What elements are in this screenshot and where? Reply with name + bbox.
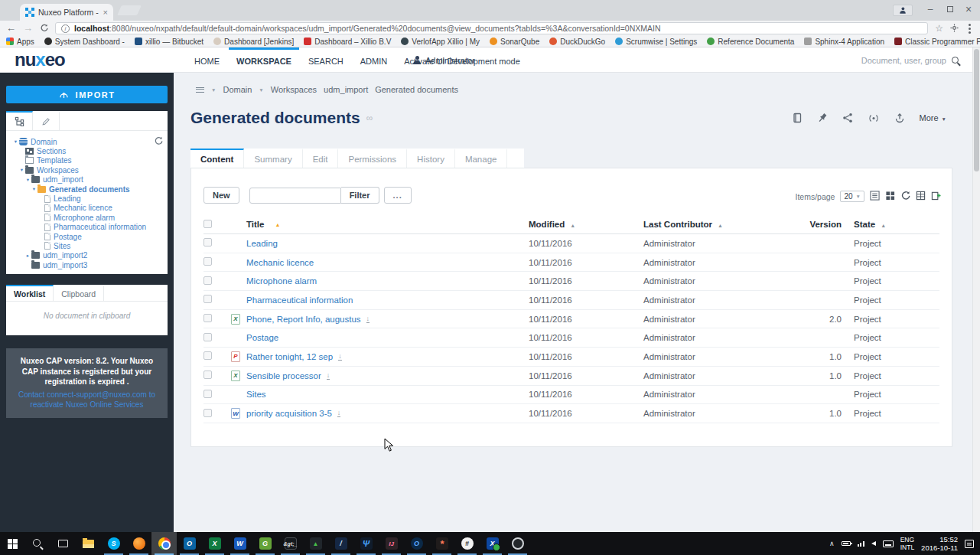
row-checkbox[interactable] [203,238,212,246]
action-center-icon[interactable] [965,540,974,548]
breadcrumb-udm-import[interactable]: udm_import [324,85,368,94]
tree-item[interactable]: ▾ udm_import [9,175,164,184]
tab-worklist[interactable]: Worklist [6,285,54,301]
scrollbar-thumb[interactable] [974,49,979,171]
bookmark-reference-doc[interactable]: Reference Documenta [707,38,794,46]
bookmark-sonarqube[interactable]: SonarQube [490,38,539,46]
tree-expand-icon[interactable]: ▾ [24,177,31,183]
page-info-icon[interactable]: i [61,24,70,33]
nav-workspace[interactable]: WORKSPACE [229,47,299,73]
table-row[interactable]: Microphone alarm 10/11/2016 Administrato… [203,272,939,291]
grid-view-icon[interactable] [885,191,895,202]
tab-tree-edit[interactable] [33,111,60,130]
bookmark-duckduckgo[interactable]: DuckDuckGo [549,38,605,46]
tree-item[interactable]: Mechanic licence [9,204,164,213]
column-state[interactable]: State▲ [842,220,939,229]
taskbar-clock[interactable]: 15:522016-10-11 [921,535,958,552]
document-link[interactable]: priority acquisition 3-5 [246,409,332,418]
bookmark-bitbucket[interactable]: xillio — Bitbucket [135,38,203,46]
tab-history[interactable]: History [407,149,455,168]
share-icon[interactable] [842,113,853,123]
document-link[interactable]: Pharmaceutical information [246,295,353,305]
tree-expand-icon[interactable]: ▸ [24,253,31,259]
tree-expand-icon[interactable]: ▾ [12,139,19,145]
browser-menu-icon[interactable] [969,28,971,30]
bookmark-classic-programmer[interactable]: Classic Programmer P [894,38,980,46]
global-search[interactable]: Document, user, group [861,47,959,73]
new-tab-button[interactable] [117,5,142,15]
tree-item[interactable]: udm_import3 [9,260,164,269]
search-icon[interactable] [952,57,959,64]
tree-item[interactable]: Pharmaceutical information [9,223,164,232]
row-checkbox[interactable] [203,257,212,266]
tree-item[interactable]: ▾ Workspaces [9,165,164,175]
breadcrumb-menu-icon[interactable] [196,87,204,93]
url-bar[interactable]: i localhost:8080/nuxeo/nxpath/default/de… [55,22,928,34]
import-button[interactable]: IMPORT [6,86,168,103]
bookmark-verlofapp[interactable]: VerlofApp Xillio | My [401,38,480,46]
breadcrumb-domain[interactable]: Domain [223,85,252,94]
table-row[interactable]: Leading 10/11/2016 Administrator Project [203,234,939,253]
tab-summary[interactable]: Summary [244,149,302,168]
row-checkbox[interactable] [203,409,212,417]
page-scrollbar[interactable] [972,47,980,532]
window-minimize-button[interactable]: – [920,2,940,17]
row-checkbox[interactable] [203,295,212,303]
column-title[interactable]: Title▲ [246,220,529,229]
table-row[interactable]: Sites 10/11/2016 Administrator Project [203,386,939,405]
bookmark-xillio-dashboard[interactable]: Dashboard – Xillio B.V [304,38,391,46]
tab-manage[interactable]: Manage [455,149,508,168]
download-icon[interactable]: ↓ [338,353,342,361]
bookmark-jenkins[interactable]: Dashboard [Jenkins] [213,38,294,46]
document-link[interactable]: Sensible processor [246,371,321,380]
table-row[interactable]: X Sensible processor ↓ 10/11/2016 Admini… [203,367,939,386]
bookmark-system-dashboard[interactable]: System Dashboard - [44,38,125,46]
reload-button[interactable] [40,21,48,35]
user-menu[interactable]: Administrator [413,47,475,73]
row-checkbox[interactable] [203,333,212,341]
column-last-contributor[interactable]: Last Contributor▲ [643,220,809,229]
nav-home[interactable]: HOME [187,47,227,73]
cap-support-link[interactable]: Contact connect-support@nuxeo.com to rea… [13,390,161,410]
forward-button[interactable]: → [23,21,33,35]
tree-item[interactable]: ▾ Generated documents [9,184,164,194]
tree-item[interactable]: Leading [9,194,164,203]
tree-item[interactable]: Microphone alarm [9,213,164,222]
document-link[interactable]: Leading [246,239,278,248]
row-checkbox[interactable] [203,276,212,285]
table-row[interactable]: W priority acquisition 3-5 ↓ 10/11/2016 … [203,404,939,423]
back-button[interactable]: ← [6,21,16,35]
profile-button[interactable] [893,5,913,16]
breadcrumb-workspaces[interactable]: Workspaces [271,85,317,94]
publish-export-icon[interactable] [894,113,905,123]
document-link[interactable]: Sites [246,390,266,399]
document-link[interactable]: Mechanic licence [246,258,314,267]
tree-item[interactable]: Sections [9,146,164,155]
table-row[interactable]: X Phone, Report Info, augustus ↓ 10/11/2… [203,310,939,329]
download-icon[interactable]: ↓ [366,315,370,323]
refresh-icon[interactable] [900,191,910,202]
nav-admin[interactable]: ADMIN [353,47,395,73]
bookmark-scrumwise[interactable]: Scrumwise | Settings [615,38,697,46]
pin-icon[interactable] [817,113,828,123]
row-checkbox[interactable] [203,314,212,322]
bookmark-apps[interactable]: Apps [6,38,34,46]
column-version[interactable]: Version [809,220,842,229]
tab-tree-view[interactable] [6,111,33,130]
filter-button[interactable]: Filter [341,187,379,204]
network-icon[interactable] [858,541,864,547]
permalink-icon[interactable]: ∞ [366,113,373,123]
table-row[interactable]: Mechanic licence 10/11/2016 Administrato… [203,253,939,273]
tray-expand-icon[interactable]: ∧ [829,540,835,547]
tree-refresh-icon[interactable] [154,135,163,149]
chevron-down-icon[interactable]: ▼ [211,87,216,93]
row-checkbox[interactable] [203,351,212,360]
tab-close-icon[interactable]: × [103,8,108,16]
tree-expand-icon[interactable]: ▾ [18,167,25,173]
table-row[interactable]: P Rather tonight, 12 sep ↓ 10/11/2016 Ad… [203,348,939,367]
tree-item[interactable]: Templates [9,156,164,165]
document-link[interactable]: Microphone alarm [246,276,317,286]
tree-item[interactable]: Sites [9,241,164,250]
tab-clipboard[interactable]: Clipboard [54,285,104,301]
tab-permissions[interactable]: Permissions [338,149,407,168]
